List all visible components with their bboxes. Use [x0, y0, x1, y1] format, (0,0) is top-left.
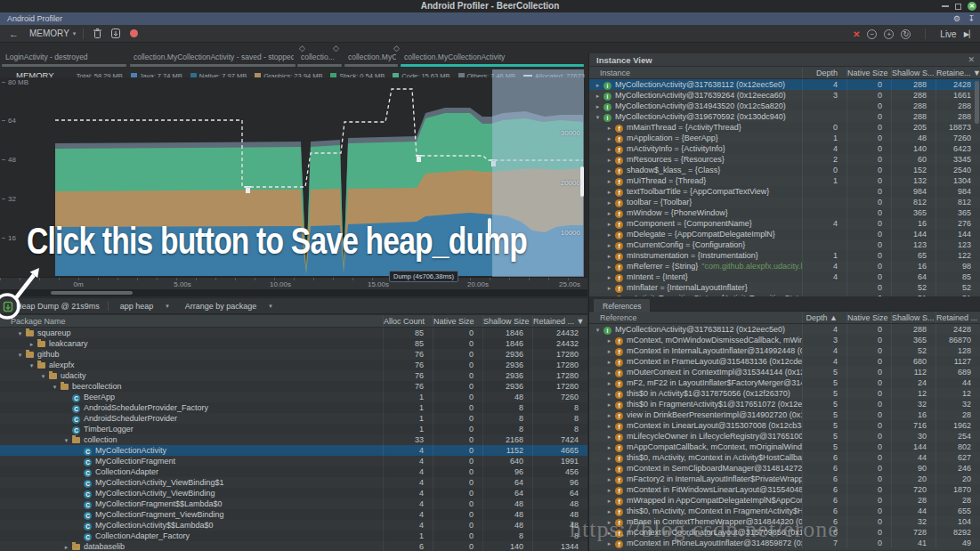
table-row[interactable]: ▸fmMainThread = {ActivityThread}00205188…	[589, 122, 980, 133]
table-row[interactable]: ▸fmDelegate = {AppCompatDelegateImplN}01…	[589, 229, 980, 239]
expander-closed-icon[interactable]: ▸	[604, 272, 614, 282]
table-row[interactable]: ▸iMyCollectionActivity@317639264 (0x12ee…	[589, 90, 980, 101]
live-button[interactable]: Live	[940, 29, 956, 39]
expander-closed-icon[interactable]: ▸	[604, 155, 614, 165]
table-row[interactable]: CMyCollectionFragment406401991	[0, 456, 587, 466]
table-row[interactable]: CCollectionAdapter_Factory1088	[0, 531, 587, 541]
expander-closed-icon[interactable]: ▸	[604, 176, 614, 186]
table-row[interactable]: ▾squareup850184624432	[0, 328, 587, 338]
table-row[interactable]: ▸fmResources = {Resources}20603345	[589, 154, 980, 165]
table-row[interactable]: ▾collection33021687424	[0, 434, 587, 445]
scrollbar-thumb[interactable]	[975, 81, 979, 124]
column-alloc-count[interactable]: Alloc Count	[383, 315, 433, 327]
expander-closed-icon[interactable]: ▸	[604, 208, 614, 218]
table-row[interactable]: ▸iMyCollectionActivity@314943520 (0x12c5…	[589, 101, 980, 111]
tab-references[interactable]: References	[593, 298, 651, 312]
column-native-size[interactable]: Native Size	[846, 67, 891, 78]
expander-closed-icon[interactable]: ▸	[604, 283, 614, 293]
zoom-in-icon[interactable]: +	[884, 29, 894, 39]
table-row[interactable]: ▸fthis$0 in FragmentActivity$1@317651072…	[589, 399, 980, 409]
table-row[interactable]: ▾iMyCollectionActivity@319670592 (0x130d…	[589, 111, 980, 122]
table-row[interactable]: ▸fmContext in FitWindowsLinearLayout@315…	[589, 484, 980, 495]
expander-closed-icon[interactable]: ▸	[604, 421, 614, 431]
table-row[interactable]: CMyCollectionActivity_ViewBinding406464	[0, 488, 587, 498]
close-session-icon[interactable]: ✕	[853, 29, 860, 39]
column-depth[interactable]: Depth ▲	[802, 312, 846, 323]
range-scrollbar[interactable]	[0, 289, 587, 296]
table-row[interactable]: ▸fmComponent = {ComponentName}4016276	[589, 218, 980, 229]
table-row[interactable]: ▸fmInflater = {InternalLayoutInflater}05…	[589, 282, 980, 293]
table-row[interactable]: ▸fmContext, mOnWindowDismissedCallback, …	[589, 335, 980, 345]
table-row[interactable]: ▸fmContext in FrameLayout@315483136 (0x1…	[589, 356, 980, 367]
table-row[interactable]: ▸fmCurrentConfig = {Configuration}012312…	[589, 239, 980, 250]
expander-closed-icon[interactable]: ▸	[593, 91, 603, 101]
table-row[interactable]: ▸fmLifecycleOwner in LifecycleRegistry@3…	[589, 431, 980, 442]
expander-open-icon[interactable]: ▾	[50, 382, 60, 392]
column-reference[interactable]: Reference	[589, 312, 802, 323]
table-row[interactable]: ▸fmApplication = {BeerApp}10487260	[589, 133, 980, 143]
skip-to-end-icon[interactable]: ▶▏	[964, 30, 975, 38]
table-row[interactable]: ▸fmContext in SemClipboardManager@314814…	[589, 463, 980, 474]
table-row[interactable]: ▸fmF2, mF22 in LayoutInflater$FactoryMer…	[589, 377, 980, 388]
table-row[interactable]: ▾alexpfx760293617280	[0, 360, 587, 370]
expander-open-icon[interactable]: ▾	[15, 328, 25, 338]
reset-zoom-icon[interactable]: ↻	[901, 29, 911, 39]
table-row[interactable]: ▾github760293617280	[0, 349, 587, 360]
session-segment[interactable]: collection.MyCo...	[344, 43, 398, 68]
table-row[interactable]: ▸fmWrapped in AppCompatDelegateImplN$App…	[589, 495, 980, 506]
table-row[interactable]: ▾beercollection760293617280	[0, 381, 587, 392]
trash-icon[interactable]	[93, 28, 102, 39]
expander-closed-icon[interactable]: ▸	[604, 474, 614, 484]
pin-icon[interactable]: ↧	[968, 12, 975, 25]
expander-closed-icon[interactable]: ▸	[604, 251, 614, 261]
expander-closed-icon[interactable]: ▸	[604, 506, 614, 516]
expander-closed-icon[interactable]: ▸	[604, 219, 614, 229]
session-segment[interactable]: LoginActivity - destroyed	[2, 43, 126, 68]
table-row[interactable]: ▸fmContext in LinearLayout@315307008 (0x…	[589, 420, 980, 431]
column-retained-size[interactable]: Retained ...	[935, 312, 980, 323]
table-row[interactable]: ▸leakcanary850184624432	[0, 338, 587, 349]
back-icon[interactable]: ←	[9, 25, 19, 43]
table-row[interactable]: ▸fmOuterContext in ContextImpl@315344144…	[589, 367, 980, 377]
table-row[interactable]: ▸fmReferrer = {String}"com.github.alexpf…	[589, 261, 980, 271]
table-row[interactable]: ▸fmActivityInfo = {ActivityInfo}40140642…	[589, 143, 980, 154]
expander-closed-icon[interactable]: ▸	[604, 294, 614, 296]
table-row[interactable]: CMyCollectionActivity4011524665	[0, 445, 587, 456]
expander-closed-icon[interactable]: ▸	[604, 400, 614, 409]
table-row[interactable]: ▸fmWindow = {PhoneWindow}0365365	[589, 207, 980, 218]
expander-closed-icon[interactable]: ▸	[604, 389, 614, 399]
table-row[interactable]: ▸fmContext in InternalLayoutInflater@314…	[589, 345, 980, 356]
gear-icon[interactable]: ⚙	[953, 12, 960, 25]
session-segment[interactable]: collection.MyCollectionActivity - saved …	[130, 43, 296, 68]
expander-closed-icon[interactable]: ▸	[27, 339, 36, 349]
profiler-type-dropdown[interactable]: MEMORY ▾	[29, 28, 76, 38]
column-shallow-size[interactable]: Shallow S...	[891, 67, 935, 78]
expander-closed-icon[interactable]: ▸	[604, 144, 614, 154]
heap-select-dropdown[interactable]: app heap ▾	[120, 302, 169, 311]
table-row[interactable]: ▸fthis$0 in Activity$1@317875056 (0x12f2…	[589, 388, 980, 399]
table-row[interactable]: ▸ftextToolbarTitle = {AppCompatTextView}…	[589, 186, 980, 197]
export-icon[interactable]	[110, 28, 121, 39]
expander-closed-icon[interactable]: ▸	[604, 410, 614, 420]
expander-closed-icon[interactable]: ▸	[604, 336, 614, 345]
expander-open-icon[interactable]: ▾	[593, 325, 603, 335]
expander-closed-icon[interactable]: ▸	[604, 262, 614, 271]
range-scrollbar-thumb[interactable]	[51, 291, 133, 295]
expander-closed-icon[interactable]: ▸	[593, 101, 603, 111]
expander-closed-icon[interactable]: ▸	[61, 542, 71, 551]
table-row[interactable]: CMyCollectionFragment_ViewBinding404848	[0, 509, 587, 520]
expander-closed-icon[interactable]: ▸	[604, 346, 614, 356]
table-row[interactable]: ▸fmAppCompatCallback, mContext, mOrigina…	[589, 442, 980, 452]
table-row[interactable]: CBeerApp10487260	[0, 392, 587, 402]
column-shallow-size[interactable]: Shallow S...	[891, 312, 935, 323]
table-row[interactable]: ▸fmIntent = {Intent}406485	[589, 271, 980, 282]
column-depth[interactable]: Depth	[802, 67, 846, 78]
column-retained-size[interactable]: Retained ... ▼	[532, 315, 587, 327]
expander-closed-icon[interactable]: ▸	[604, 240, 614, 250]
table-row[interactable]: ▸fthis$0, mActivity, mContext in Fragmen…	[589, 506, 980, 516]
save-heap-dump-button[interactable]	[3, 301, 13, 312]
table-row[interactable]: ▸fview in DrinkBeerPresenterImpl@3149027…	[589, 409, 980, 420]
table-row[interactable]: ▸fmActivityTransitionState = {ActivityTr…	[589, 293, 980, 296]
expander-open-icon[interactable]: ▾	[15, 350, 25, 360]
table-row[interactable]: ▾udacity760293617280	[0, 370, 587, 381]
